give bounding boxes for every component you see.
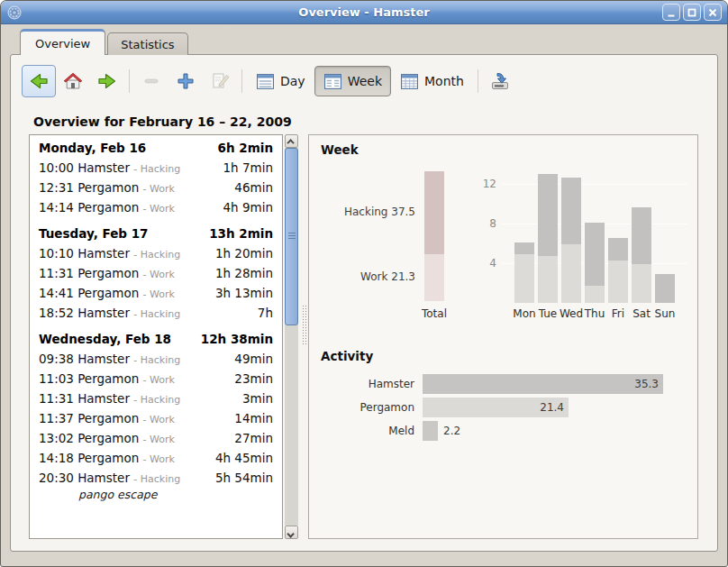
window-controls	[662, 4, 722, 21]
fact-category: - Work	[143, 414, 175, 425]
fact-category: - Hacking	[133, 308, 180, 320]
fact-row[interactable]: 18:52 Hamster - Hacking7h	[37, 303, 275, 323]
fact-row[interactable]: 20:30 Hamster - Hacking5h 54min	[37, 468, 275, 488]
day-calendar-icon	[256, 72, 275, 91]
total-bar-segment-work	[424, 254, 444, 301]
maximize-button[interactable]	[683, 4, 701, 21]
total-axis-label: Total	[405, 307, 464, 320]
edit-button[interactable]	[203, 65, 237, 97]
fact-row[interactable]: 11:03 Pergamon - Work23min	[37, 369, 275, 389]
home-button[interactable]	[56, 65, 90, 97]
fact-category: - Work	[143, 269, 175, 280]
forward-button[interactable]	[90, 65, 124, 97]
day-view-button[interactable]: Day	[247, 66, 314, 96]
scroll-up-button[interactable]	[285, 134, 298, 148]
activity-value: 35.3	[634, 378, 659, 390]
tab-bar: Overview Statistics	[20, 29, 188, 55]
daily-bar	[655, 274, 675, 303]
paned-handle[interactable]	[298, 134, 308, 539]
daily-bar-lower-segment	[632, 264, 651, 303]
fact-row[interactable]: 14:18 Pergamon - Work4h 45min	[37, 448, 275, 468]
export-report-button[interactable]	[483, 65, 517, 97]
fact-row[interactable]: 11:37 Pergamon - Work14min	[37, 408, 275, 428]
fact-row[interactable]: 10:00 Hamster - Hacking1h 7min	[37, 158, 275, 178]
day-header: Tuesday, Feb 1713h 2min	[37, 217, 275, 243]
total-series-label: Hacking 37.5	[309, 205, 415, 219]
add-button[interactable]	[168, 65, 203, 97]
close-button[interactable]	[704, 4, 722, 21]
fact-row[interactable]: 14:41 Pergamon - Work3h 13min	[37, 283, 275, 303]
fact-label: 11:03 Pergamon - Work	[39, 371, 175, 386]
fact-list: Monday, Feb 166h 2min10:00 Hamster - Hac…	[29, 134, 283, 539]
fact-label: 14:41 Pergamon - Work	[39, 286, 175, 300]
daily-bar	[632, 207, 651, 303]
activity-row: Hamster35.3	[309, 374, 690, 394]
fact-label: 11:31 Hamster - Hacking	[39, 391, 180, 406]
activity-row: Pergamon21.4	[309, 398, 690, 417]
fact-duration: 46min	[234, 180, 273, 195]
fact-category: - Hacking	[133, 394, 180, 406]
fact-duration: 7h	[258, 306, 273, 320]
daily-bar-upper-segment	[585, 223, 605, 286]
activity-value: 2.2	[443, 425, 460, 437]
total-bar-segment-hacking	[424, 171, 444, 254]
activity-bar: 21.4	[423, 398, 569, 417]
fact-row[interactable]: 11:31 Pergamon - Work1h 28min	[37, 263, 275, 283]
fact-duration: 14min	[234, 411, 273, 425]
back-button[interactable]	[22, 65, 56, 97]
daily-bar-upper-segment	[561, 178, 581, 244]
fact-list-scrollbar[interactable]	[285, 134, 298, 539]
fact-duration: 4h 45min	[215, 451, 273, 465]
fact-label: 11:31 Pergamon - Work	[39, 266, 175, 280]
day-date: Monday, Feb 16	[39, 141, 146, 155]
fact-row[interactable]: 10:10 Hamster - Hacking1h 20min	[37, 243, 275, 263]
scrollbar-track[interactable]	[285, 148, 298, 526]
daily-bar-upper-segment	[608, 238, 628, 261]
daily-bar-upper-segment	[538, 174, 558, 256]
chevron-down-icon	[287, 530, 294, 537]
minimize-button[interactable]	[662, 4, 680, 21]
week-view-button[interactable]: Week	[314, 66, 391, 96]
scroll-down-button[interactable]	[285, 526, 298, 539]
fact-label: 14:18 Pergamon - Work	[39, 451, 175, 465]
daily-bar-lower-segment	[585, 286, 605, 303]
titlebar[interactable]: Overview - Hamster	[1, 1, 727, 24]
activity-label: Meld	[309, 425, 423, 437]
y-tick-label: 8	[473, 216, 496, 231]
back-arrow-icon	[28, 70, 50, 92]
fact-label: 11:37 Pergamon - Work	[39, 411, 175, 425]
activity-value: 21.4	[540, 401, 564, 414]
day-total: 6h 2min	[218, 141, 273, 155]
fact-label: 10:00 Hamster - Hacking	[39, 160, 180, 175]
remove-button[interactable]	[134, 65, 168, 97]
paned-grip-icon	[302, 305, 306, 346]
fact-row[interactable]: 12:31 Pergamon - Work46min	[37, 178, 275, 197]
fact-duration: 49min	[234, 352, 273, 366]
edit-icon	[209, 70, 231, 92]
content-area: Monday, Feb 166h 2min10:00 Hamster - Hac…	[29, 134, 698, 539]
tab-statistics[interactable]: Statistics	[107, 32, 187, 55]
activity-label: Pergamon	[309, 401, 423, 414]
month-view-button[interactable]: Month	[391, 66, 473, 96]
daily-bar	[561, 178, 581, 303]
day-view-label: Day	[280, 74, 305, 88]
tab-overview[interactable]: Overview	[20, 29, 105, 55]
fact-duration: 1h 28min	[215, 266, 273, 280]
fact-duration: 3min	[242, 391, 273, 406]
fact-row[interactable]: 09:38 Hamster - Hacking49min	[37, 349, 275, 369]
daily-bar-lower-segment	[514, 254, 534, 303]
chevron-up-icon	[287, 139, 294, 146]
fact-duration: 1h 7min	[223, 160, 273, 175]
activity-bar: 35.3	[423, 374, 663, 394]
fact-row[interactable]: 11:31 Hamster - Hacking3min	[37, 389, 275, 408]
fact-row[interactable]: 14:14 Pergamon - Work4h 9min	[37, 197, 275, 217]
fact-duration: 3h 13min	[215, 286, 273, 300]
fact-row[interactable]: 13:02 Pergamon - Work27min	[37, 428, 275, 448]
home-icon	[62, 70, 84, 92]
day-total: 12h 38min	[201, 332, 273, 346]
scrollbar-thumb[interactable]	[285, 148, 298, 325]
toolbar-separator	[478, 69, 478, 93]
daily-bar	[608, 238, 628, 303]
week-daily-chart: 4812MonTueWedThuFriSatSun	[502, 171, 687, 303]
daily-bar	[538, 174, 558, 303]
